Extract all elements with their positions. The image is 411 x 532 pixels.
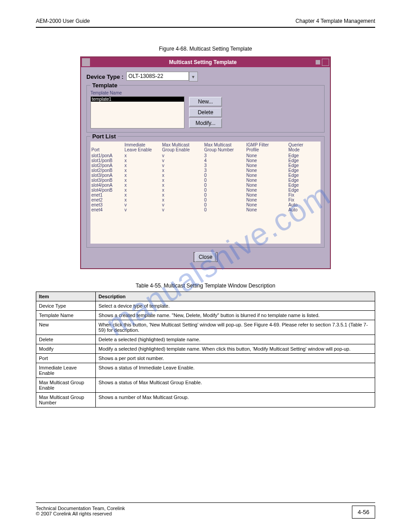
device-type-label: Device Type : — [86, 73, 124, 80]
cell-mge: v — [162, 158, 202, 163]
cell-imm: x — [124, 153, 160, 158]
col-q-1: Querier — [288, 142, 303, 147]
footer-left-1: Technical Documentation Team, Corelink — [36, 506, 125, 511]
cell-q: Fix — [288, 193, 315, 197]
cell-mge: v — [162, 163, 202, 168]
table-row[interactable]: enet4vv0NoneAuto — [91, 207, 320, 212]
port-list-group-title: Port List — [90, 133, 118, 140]
cell-item: Max Multicast Group Enable — [36, 378, 96, 393]
col-mgn-1: Max Multicast — [204, 142, 231, 147]
cell-mge: v — [162, 207, 202, 212]
cell-q: Edge — [288, 158, 315, 163]
cell-mgn: 3 — [204, 153, 244, 158]
header-right: Chapter 4 Template Management — [295, 18, 375, 24]
table-row[interactable]: enet2xx0NoneFix — [91, 197, 320, 202]
cell-q: Edge — [288, 163, 315, 168]
cell-desc: Shows a created template name. "New, Del… — [96, 311, 375, 320]
page-header: AEM-2000 User Guide Chapter 4 Template M… — [36, 18, 375, 28]
col-igmp-1: IGMP Filter — [246, 142, 269, 147]
title-bar: Multicast Setting Template — [81, 57, 330, 67]
cell-desc: When click this button, 'New Multicast S… — [96, 320, 375, 335]
table-row[interactable]: slot1/ponBxv4NoneEdge — [91, 158, 320, 163]
col-imm-2: Leave Enable — [124, 147, 152, 152]
table-row: ModifyModify a selected (highlighted) te… — [36, 344, 375, 354]
table-row[interactable]: enet3vv0NoneAuto — [91, 202, 320, 207]
cell-item: Delete — [36, 335, 96, 344]
cell-mge: x — [162, 193, 202, 197]
cell-igmp: None — [246, 188, 287, 193]
cell-port: slot1/ponB — [91, 158, 123, 163]
cell-imm: x — [124, 178, 160, 183]
table-row: Max Multicast Group NumberShows a number… — [36, 393, 375, 408]
cell-mgn: 4 — [204, 158, 244, 163]
cell-mge: x — [162, 183, 202, 188]
cell-imm: x — [124, 168, 160, 173]
template-name-label: Template Name — [90, 90, 184, 95]
cell-port: enet4 — [91, 207, 123, 212]
table-row[interactable]: slot2/ponBxx3NoneEdge — [91, 168, 320, 173]
cell-mge: x — [162, 197, 202, 202]
cell-q: Edge — [288, 178, 315, 183]
cell-mgn: 0 — [204, 207, 244, 212]
maximize-icon[interactable] — [322, 59, 329, 66]
cell-igmp: None — [246, 163, 287, 168]
cell-igmp: None — [246, 173, 287, 178]
template-list[interactable]: template1 — [90, 96, 184, 129]
modify-button[interactable]: Modify... — [189, 118, 222, 128]
table-caption: Table 4-55. Multicast Setting Template W… — [36, 283, 375, 289]
cell-port: slot1/ponA — [91, 153, 123, 158]
cell-item: Template Name — [36, 311, 96, 320]
cell-imm: x — [124, 173, 160, 178]
chevron-down-icon[interactable]: ▾ — [189, 72, 198, 82]
cell-port: enet3 — [91, 202, 123, 207]
cell-mgn: 0 — [204, 202, 244, 207]
cell-item: Immediate Leave Enable — [36, 363, 96, 378]
template-list-item[interactable]: template1 — [91, 97, 184, 102]
table-row: DeleteDelete a selected (highlighted) te… — [36, 335, 375, 344]
cell-imm: x — [124, 163, 160, 168]
table-row[interactable]: slot3/ponAxx0NoneEdge — [91, 173, 320, 178]
device-type-select[interactable] — [126, 72, 189, 81]
cell-desc: Shows a status of Immediate Leave Enable… — [96, 363, 375, 378]
template-group: Template Template Name template1 New... … — [86, 85, 325, 133]
col-mgn-2: Group Number — [204, 147, 234, 152]
cell-mgn: 0 — [204, 183, 244, 188]
cell-port: slot3/ponA — [91, 173, 123, 178]
cell-port: slot4/ponB — [91, 188, 123, 193]
cell-desc: Select a device type of template. — [96, 301, 375, 311]
cell-mge: x — [162, 188, 202, 193]
port-table-header: Port ImmediateLeave Enable Max Multicast… — [91, 142, 320, 152]
table-row[interactable]: slot4/ponBxx0NoneEdge — [91, 188, 320, 193]
cell-mgn: 3 — [204, 163, 244, 168]
cell-desc: Delete a selected (highlighted) template… — [96, 335, 375, 344]
col-mge-2: Group Enable — [162, 147, 190, 152]
cell-q: Fix — [288, 197, 315, 202]
cell-igmp: None — [246, 207, 287, 212]
delete-button[interactable]: Delete — [189, 107, 222, 117]
table-row: Immediate Leave EnableShows a status of … — [36, 363, 375, 378]
new-button[interactable]: New... — [189, 97, 222, 107]
cell-igmp: None — [246, 168, 287, 173]
cell-mgn: 0 — [204, 188, 244, 193]
cell-item: Device Type — [36, 301, 96, 311]
table-row: PortShows a per port slot number. — [36, 354, 375, 363]
window-menu-icon[interactable] — [82, 58, 90, 66]
description-table: Item Description Device TypeSelect a dev… — [36, 292, 375, 408]
cell-mge: x — [162, 173, 202, 178]
th-desc: Description — [96, 292, 375, 301]
close-button[interactable]: Close — [195, 252, 216, 262]
minimize-icon[interactable] — [316, 60, 320, 64]
table-row: NewWhen click this button, 'New Multicas… — [36, 320, 375, 335]
cell-item: Modify — [36, 344, 96, 354]
table-row[interactable]: enet1xx0NoneFix — [91, 193, 320, 197]
header-left: AEM-2000 User Guide — [36, 18, 90, 24]
table-row[interactable]: slot4/ponAxx0NoneEdge — [91, 183, 320, 188]
cell-port: enet1 — [91, 193, 123, 197]
table-row[interactable]: slot2/ponAxv3NoneEdge — [91, 163, 320, 168]
table-row: Max Multicast Group EnableShows a status… — [36, 378, 375, 393]
app-window: Multicast Setting Template Device Type :… — [80, 56, 331, 269]
col-mge-1: Max Multicast — [162, 142, 189, 147]
table-row[interactable]: slot3/ponBxx0NoneEdge — [91, 178, 320, 183]
table-row[interactable]: slot1/ponAxv3NoneEdge — [91, 153, 320, 158]
cell-q: Edge — [288, 183, 315, 188]
